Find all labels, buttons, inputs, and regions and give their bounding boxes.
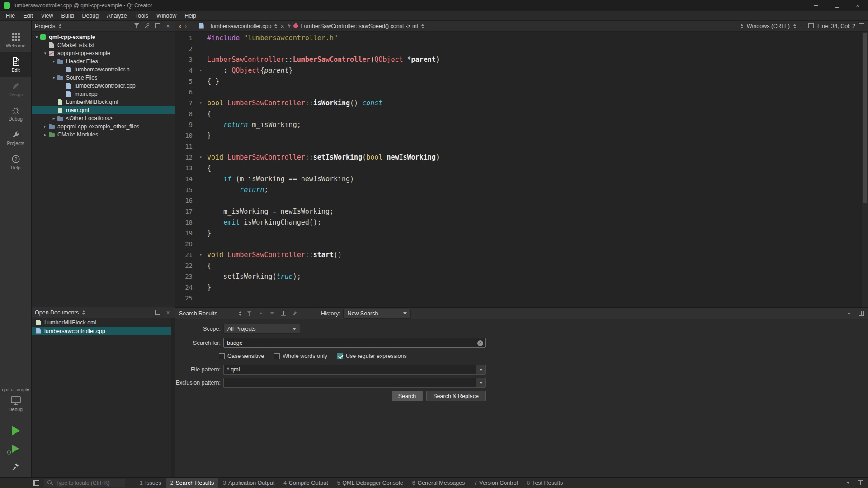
- open-documents-scrollbar[interactable]: [171, 318, 175, 477]
- open-file-dropdown[interactable]: lumbersawcontroller.cpp: [211, 23, 272, 29]
- tree-item[interactable]: lumbersawcontroller.h: [32, 66, 175, 74]
- collapse-pane-button[interactable]: [845, 310, 852, 317]
- file-pattern-input[interactable]: [223, 365, 476, 375]
- panel-selector-icon[interactable]: [59, 24, 61, 28]
- menu-build[interactable]: Build: [57, 11, 78, 20]
- line-number[interactable]: 2: [175, 43, 196, 54]
- line-number[interactable]: 16: [175, 195, 196, 206]
- go-forward-icon[interactable]: ›: [184, 23, 187, 30]
- close-panel-button[interactable]: ×: [165, 309, 171, 316]
- split-panel-button[interactable]: [154, 23, 161, 29]
- tree-item[interactable]: ▸appqml-cpp-example_other_files: [32, 122, 175, 131]
- expand-arrow-icon[interactable]: ▸: [42, 124, 48, 129]
- code-editor[interactable]: 1#include "lumbersawcontroller.h"23Lumbe…: [175, 32, 862, 307]
- collapse-arrow-icon[interactable]: ▾: [51, 59, 57, 64]
- line-number[interactable]: 11: [175, 141, 196, 152]
- exclusion-pattern-input[interactable]: [223, 378, 476, 388]
- menu-help[interactable]: Help: [180, 11, 200, 20]
- tree-item[interactable]: ▾Source Files: [32, 74, 175, 82]
- line-ending-arrows-icon[interactable]: [793, 24, 796, 28]
- mode-edit[interactable]: Edit: [0, 52, 31, 77]
- line-number[interactable]: 12: [175, 152, 196, 163]
- editor-scrollbar[interactable]: [862, 32, 868, 307]
- exclusion-pattern-dropdown-button[interactable]: [476, 378, 486, 388]
- go-back-icon[interactable]: ‹: [179, 23, 181, 30]
- menu-edit[interactable]: Edit: [19, 11, 37, 20]
- line-number[interactable]: 13: [175, 163, 196, 174]
- tree-item[interactable]: LumberMillBlock.qml: [32, 98, 175, 106]
- clear-search-icon[interactable]: ×: [477, 340, 483, 346]
- symbol-dropdown-arrows-icon[interactable]: [421, 24, 424, 28]
- line-number[interactable]: 1: [175, 33, 196, 43]
- collapse-arrow-icon[interactable]: ▾: [33, 35, 40, 39]
- maximize-output-button[interactable]: [857, 479, 863, 486]
- tree-item[interactable]: ▾qml-cpp-example: [32, 33, 175, 41]
- output-pane-menu-button[interactable]: [844, 479, 851, 486]
- tree-item[interactable]: main.cpp: [32, 90, 175, 98]
- expand-arrow-icon[interactable]: ▸: [51, 116, 57, 121]
- line-number[interactable]: 25: [175, 293, 196, 304]
- pin-results-button[interactable]: [291, 310, 298, 317]
- fold-marker-icon[interactable]: ▾: [196, 152, 205, 163]
- mode-projects[interactable]: Projects: [0, 126, 31, 150]
- output-pane-search-results[interactable]: 2Search Results: [166, 478, 218, 488]
- menu-window[interactable]: Window: [152, 11, 180, 20]
- search-replace-button[interactable]: Search & Replace: [426, 391, 486, 401]
- line-number[interactable]: 24: [175, 282, 196, 293]
- file-pattern-dropdown-button[interactable]: [476, 365, 486, 375]
- fold-marker-icon[interactable]: ▾: [196, 98, 205, 108]
- line-number[interactable]: 21: [175, 249, 196, 260]
- expand-arrow-icon[interactable]: ▸: [42, 132, 48, 137]
- split-panel-button[interactable]: [154, 309, 161, 316]
- maximize-pane-button[interactable]: [858, 310, 864, 317]
- build-button[interactable]: [0, 459, 31, 474]
- split-editor-icon[interactable]: [859, 23, 864, 28]
- next-result-button[interactable]: [269, 310, 275, 317]
- output-pane-qml-debugger-console[interactable]: 5QML Debugger Console: [333, 478, 408, 488]
- expand-all-button[interactable]: [280, 310, 287, 317]
- tree-item[interactable]: lumbersawcontroller.cpp: [32, 82, 175, 90]
- maximize-button[interactable]: [826, 0, 847, 11]
- open-document-item[interactable]: LumberMillBlock.qml: [32, 318, 175, 327]
- line-number[interactable]: 10: [175, 130, 196, 141]
- line-number[interactable]: 23: [175, 271, 196, 282]
- editor-layout-icon[interactable]: [808, 23, 814, 28]
- fold-marker-icon[interactable]: ▾: [196, 65, 205, 76]
- line-number[interactable]: 4: [175, 65, 196, 76]
- file-dropdown-arrows-icon[interactable]: [274, 24, 277, 28]
- search-input[interactable]: [224, 340, 477, 346]
- menu-debug[interactable]: Debug: [78, 11, 103, 20]
- tree-item[interactable]: ▾Header Files: [32, 57, 175, 66]
- kit-selector-button[interactable]: Debug: [0, 396, 31, 412]
- tree-item[interactable]: main.qml: [32, 106, 175, 114]
- output-pane-application-output[interactable]: 3Application Output: [218, 478, 279, 488]
- tree-item[interactable]: ▾appqml-cpp-example: [32, 49, 175, 57]
- mode-debug[interactable]: Debug: [0, 101, 31, 126]
- run-button[interactable]: [0, 423, 31, 438]
- menu-tools[interactable]: Tools: [131, 11, 152, 20]
- line-number[interactable]: 3: [175, 54, 196, 65]
- search-button[interactable]: Search: [392, 391, 423, 401]
- editor-selector-arrows-icon[interactable]: [741, 24, 743, 28]
- output-pane-general-messages[interactable]: 6General Messages: [408, 478, 470, 488]
- scope-select[interactable]: All Projects: [223, 324, 300, 334]
- history-select[interactable]: New Search: [343, 309, 411, 319]
- scrollbar-thumb[interactable]: [863, 33, 867, 203]
- locator-input[interactable]: [56, 480, 122, 486]
- menu-analyze[interactable]: Analyze: [103, 11, 131, 20]
- symbol-breadcrumb-dropdown[interactable]: LumberSawController::sawSpeed() const ->…: [301, 23, 419, 29]
- output-pane-version-control[interactable]: 7Version Control: [469, 478, 522, 488]
- line-number[interactable]: 9: [175, 119, 196, 130]
- collapse-arrow-icon[interactable]: ▾: [42, 51, 48, 56]
- tree-item[interactable]: ▸CMake Modules: [32, 131, 175, 139]
- line-number[interactable]: 8: [175, 108, 196, 119]
- line-number[interactable]: 14: [175, 174, 196, 184]
- line-number[interactable]: 15: [175, 184, 196, 195]
- line-number[interactable]: 5: [175, 76, 196, 87]
- line-number[interactable]: 18: [175, 217, 196, 228]
- checkbox-case-sensitive[interactable]: Case sensitive: [219, 353, 264, 359]
- close-window-button[interactable]: ×: [847, 0, 868, 11]
- output-pane-issues[interactable]: 1Issues: [135, 478, 166, 488]
- menu-view[interactable]: View: [37, 11, 57, 20]
- panel-selector-icon[interactable]: [82, 310, 85, 315]
